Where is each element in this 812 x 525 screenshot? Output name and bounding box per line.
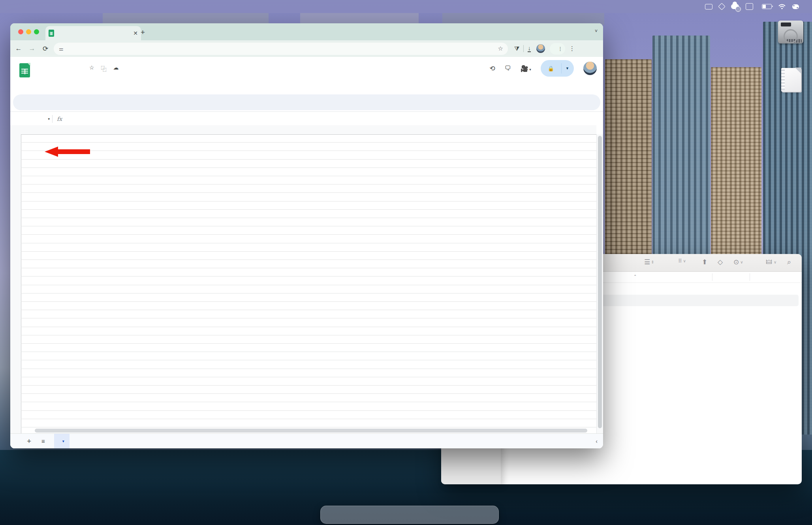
- name-box-caret-icon[interactable]: ▾: [48, 117, 50, 121]
- sort-chevron-icon[interactable]: ⌃: [633, 274, 637, 278]
- error-more-icon[interactable]: ⋮: [558, 46, 563, 52]
- downloads-icon[interactable]: ↓: [528, 45, 531, 52]
- row-headers: [10, 134, 21, 434]
- history-icon[interactable]: ⟲: [490, 64, 495, 73]
- shortcuts-icon[interactable]: [719, 3, 724, 10]
- sheet-tab-active[interactable]: ▾: [54, 434, 70, 448]
- horizontal-scrollbar[interactable]: [35, 429, 587, 433]
- site-settings-icon[interactable]: ⚌: [59, 46, 64, 52]
- browser-toolbar: ← → ⟳ ⚌ ☆ ⧩ ↓ ⋮ ⋮: [10, 40, 603, 57]
- cloud-badge: [735, 6, 741, 12]
- input-source-icon[interactable]: [746, 3, 753, 10]
- sheet-tab-menu-icon[interactable]: ▾: [62, 439, 64, 443]
- all-sheets-icon[interactable]: ≡: [41, 438, 45, 444]
- chrome-window: ✕ + ˅ ← → ⟳ ⚌ ☆ ⧩ ↓ ⋮ ⋮: [10, 23, 603, 448]
- download-error-button[interactable]: ⋮: [550, 43, 565, 55]
- battery-icon[interactable]: [760, 4, 772, 9]
- hard-drive-icon: [778, 21, 803, 43]
- color-icon[interactable]: 🜲∨: [766, 258, 776, 266]
- extensions-icon[interactable]: ⧩: [514, 45, 519, 52]
- sheets-toolbar: [13, 94, 600, 110]
- search-icon[interactable]: ⌕: [787, 258, 791, 266]
- share-button[interactable]: 🔒 ▼: [541, 60, 574, 77]
- reload-icon[interactable]: ⟳: [39, 45, 52, 53]
- add-sheet-icon[interactable]: +: [27, 437, 31, 446]
- divider: [523, 45, 524, 52]
- account-avatar[interactable]: [583, 62, 597, 75]
- wifi-icon[interactable]: [778, 3, 786, 10]
- list-view-icon[interactable]: ☰⇕: [644, 258, 654, 266]
- minimize-window-button[interactable]: [26, 29, 31, 34]
- fx-icon: fx: [57, 116, 62, 122]
- comment-icon[interactable]: 🗨: [505, 65, 511, 72]
- sheets-doc-icon[interactable]: [19, 63, 30, 77]
- dock: [320, 506, 499, 524]
- sheets-favicon: [49, 30, 54, 37]
- macos-menubar: [0, 0, 812, 13]
- video-call-icon[interactable]: 🎥 ▾: [521, 65, 531, 72]
- grid-cells[interactable]: [21, 134, 596, 434]
- tab-strip: ✕ + ˅: [10, 23, 603, 40]
- share-icon[interactable]: ⬆: [702, 258, 707, 266]
- close-window-button[interactable]: [18, 29, 23, 34]
- tag-icon[interactable]: ◇: [718, 258, 723, 266]
- close-tab-icon[interactable]: ✕: [133, 30, 138, 36]
- new-tab-button[interactable]: +: [141, 28, 145, 37]
- formula-bar: ▾ fx: [10, 111, 603, 126]
- bookmark-star-icon[interactable]: ☆: [498, 45, 503, 52]
- scroll-sheets-icon[interactable]: ‹: [596, 438, 598, 444]
- display-icon[interactable]: [705, 3, 712, 10]
- maximize-window-button[interactable]: [34, 29, 39, 34]
- google-sheets-app: ☆ ⿻ ☁ ⟲ 🗨 🎥 ▾ 🔒 ▼: [10, 57, 603, 448]
- desktop-icon-macintosh-hd[interactable]: [769, 21, 812, 45]
- address-bar[interactable]: ⚌ ☆: [54, 43, 508, 55]
- grid-view-icon[interactable]: ⠿∨: [678, 258, 686, 264]
- more-actions-icon[interactable]: ⊙∨: [733, 258, 743, 266]
- forward-icon[interactable]: →: [25, 45, 39, 53]
- browser-menu-icon[interactable]: ⋮: [569, 45, 575, 52]
- back-icon[interactable]: ←: [12, 45, 25, 53]
- desktop-icon-other-files[interactable]: [769, 68, 812, 94]
- sheet-tab-bar: + ≡ ▾ ‹: [10, 433, 603, 448]
- lock-icon: 🔒: [548, 66, 554, 72]
- column-headers: [10, 125, 596, 135]
- vertical-scrollbar[interactable]: [596, 134, 603, 434]
- document-stack-icon: [781, 68, 801, 92]
- move-folder-icon[interactable]: ⿻: [101, 64, 107, 72]
- cloud-status-icon[interactable]: ☁: [113, 64, 119, 72]
- red-arrow-annotation: [45, 147, 90, 157]
- control-center-icon[interactable]: [792, 3, 799, 10]
- star-doc-icon[interactable]: ☆: [89, 64, 94, 72]
- tab-search-icon[interactable]: ˅: [595, 28, 598, 34]
- browser-profile-avatar[interactable]: [536, 44, 545, 53]
- screen: ☰⇕ ⠿∨ ⬆ ◇ ⊙∨ 🜲∨ ⌕ ⌃: [0, 0, 812, 525]
- cloud-icon[interactable]: [731, 3, 739, 10]
- name-box[interactable]: ▾: [10, 117, 50, 121]
- spreadsheet-grid: [10, 125, 603, 434]
- browser-tab[interactable]: ✕: [45, 26, 141, 40]
